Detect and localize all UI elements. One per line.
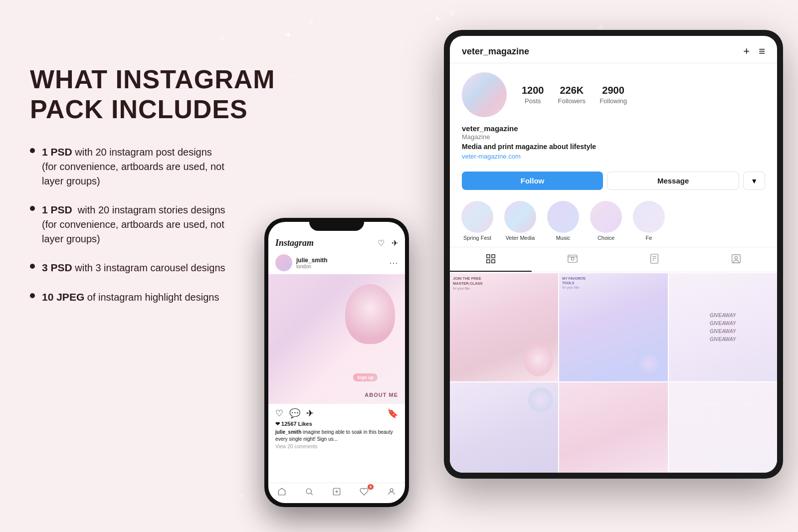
phone-share-icon[interactable]: ✈ [306, 408, 314, 419]
grid-post-6[interactable]: who is the truthyou don't have toremembe… [669, 382, 777, 473]
phone-add-icon [332, 487, 341, 496]
ig-follow-button[interactable]: Follow [462, 172, 603, 190]
list-item-1: 1 PSD with 20 instagram post designs(for… [30, 145, 309, 188]
bullet-text-3: 3 PSD with 3 instagram carousel designs [42, 260, 225, 275]
ig-profile-username: veter_magazine [462, 46, 529, 57]
phone-post-more-icon[interactable]: ⋯ [389, 257, 398, 268]
bullet-text-1: 1 PSD with 20 instagram post designs(for… [42, 145, 224, 188]
phone-post-user-info: julie_smith london [296, 257, 328, 269]
highlight-label-music: Music [556, 235, 571, 241]
ig-bio-link[interactable]: veter-magazine.com [462, 153, 521, 160]
phone-post-header: julie_smith london ⋯ [268, 251, 405, 274]
bullet-dot-4 [30, 293, 35, 298]
grid-post-5[interactable] [559, 382, 667, 473]
bullet-text-2: 1 PSD with 20 instagram stories designs(… [42, 202, 225, 246]
cross-sparkle-2: ✦ [434, 15, 440, 23]
phone-save-icon[interactable]: 🔖 [387, 408, 398, 419]
svg-rect-4 [568, 255, 577, 263]
phone-heart-nav-icon [360, 487, 369, 496]
phone-nav-heart[interactable]: 9 [350, 487, 378, 496]
phone-post-image: ABOUT ME Sign up [268, 274, 405, 404]
ig-add-button[interactable]: + [743, 45, 750, 58]
phone-nav-profile[interactable] [378, 487, 405, 496]
ig-message-button[interactable]: Message [607, 172, 739, 190]
phone-screen: Instagram ♡ ✈ julie_smith london ⋯ [268, 222, 405, 503]
svg-point-24 [390, 489, 393, 492]
sparkle-1 [309, 20, 313, 24]
grid-post-1[interactable]: JOIN THE FREEMASTER-CLASSfor your title [450, 273, 558, 381]
sparkle-8 [200, 489, 202, 491]
ig-dropdown-button[interactable]: ▼ [743, 172, 765, 190]
tablet-mockup: veter_magazine + ≡ 1200 Posts 226K Follo… [444, 30, 783, 479]
svg-rect-2 [487, 260, 490, 263]
heading-line-2: PACK INCLUDES [30, 95, 248, 124]
bullet-bold-2: 1 PSD [42, 204, 72, 215]
phone-nav-home[interactable] [268, 487, 296, 496]
ig-bio-description: Media and print magazine about lifestyle [462, 143, 765, 151]
highlight-spring-fest[interactable]: Spring Fest [460, 201, 495, 241]
highlight-veter-media[interactable]: Veter Media [503, 201, 538, 241]
post-3-text: GIVEAWAYGIVEAWAYGIVEAWAYGIVEAWAY [710, 312, 736, 344]
highlight-choice[interactable]: Choice [589, 201, 623, 241]
ig-following-count: 2900 [599, 85, 627, 96]
grid-post-2[interactable]: MY FAVORITETOOLSfor your title [559, 273, 667, 381]
phone-post-username: julie_smith [296, 257, 328, 264]
ig-stat-posts: 1200 Posts [522, 85, 544, 105]
svg-rect-3 [492, 260, 495, 263]
ig-header-icons: + ≡ [743, 45, 765, 58]
ig-stat-following: 2900 Following [599, 85, 627, 105]
bullet-desc-3: with 3 instagram carousel designs [72, 262, 225, 273]
ig-profile-stats-section: 1200 Posts 226K Followers 2900 Following [450, 63, 777, 123]
phone-bottom-nav: 9 [268, 483, 405, 499]
svg-point-19 [306, 489, 312, 494]
phone-like-icon[interactable]: ♡ [275, 408, 283, 419]
ig-profile-avatar [462, 72, 507, 117]
phone-profile-icon [387, 487, 396, 496]
post-2-text: MY FAVORITETOOLSfor your title [562, 276, 664, 290]
phone-view-comments[interactable]: View 20 comments [268, 444, 405, 451]
ig-stats-row: 1200 Posts 226K Followers 2900 Following [522, 85, 627, 105]
highlight-circle-fe [633, 201, 665, 233]
highlight-music[interactable]: Music [546, 201, 581, 241]
ig-tab-igtv[interactable] [613, 247, 695, 272]
tagged-icon [731, 253, 742, 267]
phone-paper-plane-icon: ✈ [392, 238, 398, 248]
phone-nav-add[interactable] [323, 487, 351, 496]
bullet-dot-1 [30, 148, 35, 153]
bullet-dot-3 [30, 264, 35, 269]
phone-comment-icon[interactable]: 💬 [289, 408, 300, 419]
highlight-label-spring: Spring Fest [463, 235, 491, 241]
ig-menu-button[interactable]: ≡ [759, 45, 765, 58]
sparkle-5 [598, 25, 603, 30]
ig-tab-reels[interactable] [532, 247, 613, 272]
phone-search-icon [305, 487, 314, 496]
highlight-label-choice: Choice [598, 235, 614, 241]
ig-posts-label: Posts [525, 97, 541, 105]
svg-rect-11 [732, 255, 741, 263]
bullet-bold-4: 10 JPEG [42, 291, 84, 303]
ig-followers-count: 226K [558, 85, 586, 96]
phone-post-sticker: Sign up [353, 373, 378, 381]
ig-tab-tagged[interactable] [695, 247, 777, 272]
phone-ig-icons: ♡ ✈ [378, 238, 398, 248]
highlight-fe[interactable]: Fe [631, 201, 666, 241]
main-heading: WHAT INSTAGRAM PACK INCLUDES [30, 65, 309, 125]
bullet-bold-3: 3 PSD [42, 262, 72, 273]
ig-posts-count: 1200 [522, 85, 544, 96]
sparkle-3 [449, 10, 455, 16]
phone-post-left-actions: ♡ 💬 ✈ [275, 408, 314, 419]
svg-rect-0 [487, 255, 490, 258]
ig-action-buttons: Follow Message ▼ [450, 168, 777, 197]
ig-bio-category: Magazine [462, 133, 765, 141]
phone-nav-search[interactable] [296, 487, 323, 496]
tablet-outer-shell: veter_magazine + ≡ 1200 Posts 226K Follo… [444, 30, 783, 479]
phone-post-header-left: julie_smith london [275, 254, 328, 271]
highlight-label-veter: Veter Media [506, 235, 535, 241]
grid-post-3[interactable]: GIVEAWAYGIVEAWAYGIVEAWAYGIVEAWAY [669, 273, 777, 381]
grid-post-4[interactable]: IF YOU TELL THE TRUTHYOU DON'T HAVE TORE… [450, 382, 558, 473]
svg-line-20 [311, 493, 313, 495]
phone-home-icon [277, 487, 286, 496]
phone-ig-logo: Instagram [275, 238, 314, 248]
ig-tab-grid[interactable] [450, 247, 532, 272]
grid-icon [485, 253, 496, 267]
